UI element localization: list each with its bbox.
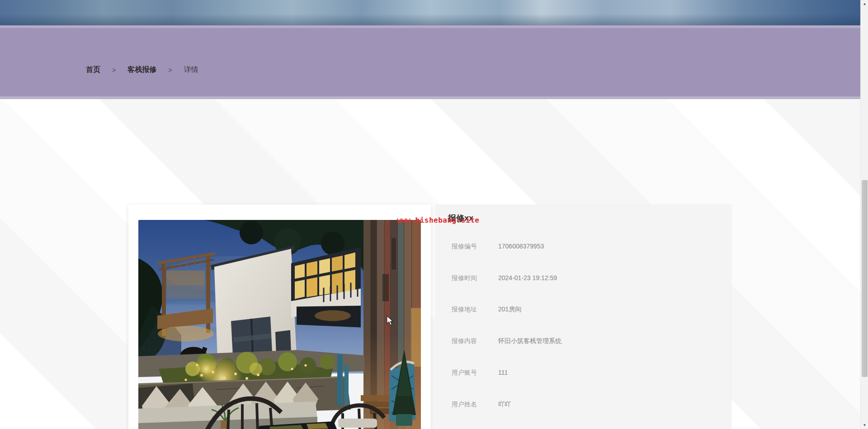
row-label: 报修内容 [452, 337, 477, 345]
inn-photo-image [138, 220, 421, 429]
vertical-scrollbar[interactable]: ▲ ▼ [860, 0, 868, 429]
repair-detail-page: 首页 > 客栈报修 > 详情 返回 报修xx 报修 [0, 0, 868, 429]
row-value: 1706008379953 [498, 243, 544, 250]
row-label: 用户账号 [452, 369, 477, 377]
breadcrumb-section-link[interactable]: 客栈报修 [127, 65, 156, 75]
repair-detail-card: 报修xx 报修编号 1706008379953 报修时间 2024-01-23 … [435, 205, 731, 429]
row-value: 吖吖 [498, 400, 511, 409]
row-value: 111 [498, 369, 508, 376]
row-value: 2024-01-23 19:12:59 [498, 274, 557, 281]
main-photo[interactable] [138, 220, 421, 429]
row-value: 怀旧小筑客栈管理系统 [498, 337, 561, 345]
row-label: 报修地址 [452, 305, 477, 314]
detail-row-account: 用户账号 111 [436, 369, 731, 379]
scrollbar-up-arrow-icon[interactable]: ▲ [861, 0, 868, 8]
row-label: 用户姓名 [452, 400, 477, 409]
row-label: 报修时间 [452, 274, 477, 282]
breadcrumb: 首页 > 客栈报修 > 详情 [86, 65, 198, 75]
top-sky-banner [0, 0, 860, 25]
scrollbar-thumb[interactable] [862, 180, 868, 377]
content-area: 报修xx 报修编号 1706008379953 报修时间 2024-01-23 … [0, 99, 860, 429]
detail-title: 报修xx [448, 213, 473, 224]
detail-row-content: 报修内容 怀旧小筑客栈管理系统 [436, 337, 731, 347]
gallery-card [128, 205, 431, 429]
detail-row-time: 报修时间 2024-01-23 19:12:59 [436, 274, 731, 284]
detail-row-number: 报修编号 1706008379953 [436, 243, 731, 253]
breadcrumb-current: 详情 [184, 65, 198, 75]
scrollbar-down-arrow-icon[interactable]: ▼ [861, 421, 868, 429]
detail-row-username: 用户姓名 吖吖 [436, 400, 731, 410]
page-header: 首页 > 客栈报修 > 详情 返回 [0, 25, 860, 99]
row-value: 201房间 [498, 305, 521, 314]
breadcrumb-separator: > [112, 67, 116, 74]
row-label: 报修编号 [452, 243, 477, 251]
detail-row-address: 报修地址 201房间 [436, 305, 731, 315]
breadcrumb-separator: > [168, 67, 172, 74]
breadcrumb-home-link[interactable]: 首页 [86, 65, 100, 75]
